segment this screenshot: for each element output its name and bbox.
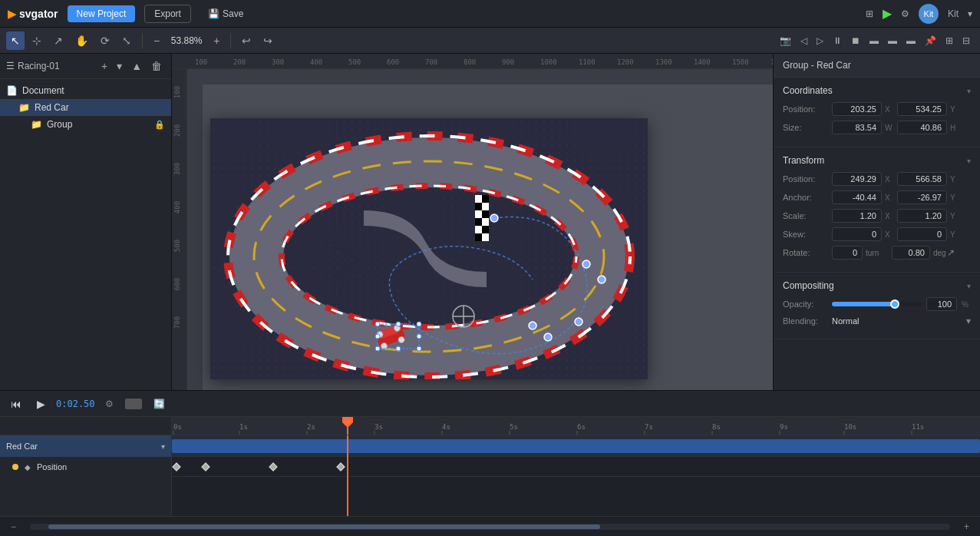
distribute-icon[interactable]: ⊟ — [959, 33, 974, 48]
bottom-toolbar: − + — [0, 516, 980, 536]
svg-text:200: 200 — [173, 124, 181, 137]
tl-label-red-car[interactable]: Red Car ▾ — [0, 435, 171, 457]
anchor-x-input[interactable] — [832, 190, 882, 204]
position-y-input[interactable] — [897, 102, 947, 116]
track-canvas[interactable] — [210, 118, 648, 379]
rotate-val-input[interactable] — [832, 246, 863, 260]
keyframe-3[interactable] — [269, 462, 277, 471]
coordinates-toggle[interactable]: ▾ — [967, 87, 971, 95]
scale-x-input[interactable] — [832, 209, 882, 223]
skew-y-label: Y — [950, 230, 959, 239]
hand-tool-button[interactable]: ✋ — [71, 31, 93, 50]
rotate-link-icon[interactable]: ↗ — [947, 247, 955, 258]
position-x-input[interactable] — [832, 102, 882, 116]
opacity-slider-thumb[interactable] — [890, 299, 899, 309]
zoom-in-button[interactable]: + — [209, 33, 224, 48]
scale-label: Scale: — [783, 211, 829, 220]
chevron-down-icon[interactable]: ▾ — [968, 8, 972, 19]
keyframe-1[interactable] — [172, 462, 180, 471]
transform-position-row: Position: X Y — [783, 172, 971, 186]
user-avatar[interactable]: Kit — [919, 4, 939, 24]
scale-y-input[interactable] — [897, 209, 947, 223]
svg-text:200: 200 — [233, 58, 246, 66]
timeline-loop-button[interactable]: 🔄 — [150, 396, 169, 412]
undo-button[interactable]: ↩ — [237, 31, 256, 50]
stop-icon[interactable]: ⏹ — [847, 33, 864, 48]
skew-x-input[interactable] — [832, 227, 882, 241]
compositing-toggle[interactable]: ▾ — [967, 282, 971, 290]
settings-icon[interactable]: ⚙ — [901, 8, 909, 19]
transform-toggle[interactable]: ▾ — [967, 157, 971, 165]
new-project-button[interactable]: New Project — [68, 5, 136, 22]
tl-dropdown-icon[interactable]: ▾ — [161, 442, 165, 451]
timeline-settings-button[interactable]: ⚙ — [101, 396, 117, 412]
red-car-label: Red Car — [35, 102, 165, 113]
align-right-icon[interactable]: ▷ — [813, 33, 827, 48]
w-label: W — [885, 124, 894, 132]
play-button[interactable]: ▶ — [32, 395, 50, 412]
timeline-scroll-thumb[interactable] — [48, 524, 600, 529]
tl-diamond-icon[interactable]: ◆ — [25, 463, 31, 471]
canvas-viewport[interactable] — [203, 84, 773, 390]
timeline-scrollbar[interactable] — [30, 524, 950, 530]
tl-label-position[interactable]: ◆ Position — [0, 457, 171, 477]
bt-plus-button[interactable]: + — [959, 520, 974, 534]
opacity-value-input[interactable] — [926, 297, 957, 311]
svg-point-55 — [575, 318, 582, 326]
delete-layer-button[interactable]: 🗑 — [148, 58, 165, 74]
bar2-icon[interactable]: ▬ — [884, 33, 901, 48]
red-car-track-bar — [172, 439, 980, 453]
transform-pos-y-input[interactable] — [897, 172, 947, 186]
separator2 — [230, 33, 231, 48]
go-start-button[interactable]: ⏮ — [6, 395, 26, 412]
anchor-y-input[interactable] — [897, 190, 947, 204]
coordinates-section: Coordinates ▾ Position: X Y Size: W H — [774, 78, 980, 147]
tl-red-car-label: Red Car — [6, 442, 158, 451]
transform-section: Transform ▾ Position: X Y Anchor: X Y — [774, 147, 980, 273]
bt-minus-button[interactable]: − — [6, 520, 21, 534]
pause-icon[interactable]: ⏸ — [829, 33, 846, 48]
add-layer-button[interactable]: + — [98, 58, 111, 74]
layer-item-group[interactable]: 📁 Group 🔒 — [0, 116, 171, 133]
tool-bar: ↖ ⊹ ↗ ✋ ⟳ ⤡ − 53.88% + ↩ ↪ 📷 ◁ ▷ ⏸ ⏹ ▬ ▬… — [0, 28, 980, 54]
node-select-button[interactable]: ↗ — [49, 31, 68, 50]
size-w-input[interactable] — [832, 121, 882, 134]
ruler-left: 100 200 300 400 500 600 700 — [172, 69, 187, 390]
rotate-deg-input[interactable] — [892, 246, 930, 260]
select-tool-button[interactable]: ↖ — [6, 31, 25, 50]
layer-item-red-car[interactable]: 📁 Red Car — [0, 99, 171, 116]
save-button[interactable]: 💾 Save — [200, 5, 251, 22]
bar1-icon[interactable]: ▬ — [866, 33, 883, 48]
group-title: Group - Red Car — [783, 60, 851, 71]
svg-text:300: 300 — [272, 58, 284, 66]
opacity-slider-track[interactable] — [832, 302, 922, 306]
expand-icon[interactable]: ▾ — [114, 58, 125, 74]
ruler-top: 100 200 300 400 500 600 700 800 900 1000… — [172, 54, 773, 69]
transform-pos-x-input[interactable] — [832, 172, 882, 186]
play-icon[interactable]: ▶ — [883, 6, 892, 21]
grid-icon[interactable]: ⊞ — [866, 8, 873, 19]
export-button[interactable]: Export — [144, 5, 191, 23]
blending-chevron[interactable]: ▾ — [966, 316, 971, 326]
camera-icon[interactable]: 📷 — [776, 33, 795, 48]
svg-point-65 — [396, 322, 401, 326]
rotate-tool-button[interactable]: ⟳ — [96, 31, 114, 50]
hamburger-icon[interactable]: ☰ — [6, 61, 15, 71]
pin-icon[interactable]: 📌 — [921, 33, 940, 48]
align-left-icon[interactable]: ◁ — [797, 33, 811, 48]
skew-y-input[interactable] — [897, 227, 947, 241]
redo-button[interactable]: ↪ — [259, 31, 277, 50]
move-up-icon[interactable]: ▲ — [128, 58, 145, 74]
keyframe-4[interactable] — [336, 462, 345, 471]
scale-tool-button[interactable]: ⤡ — [117, 31, 136, 50]
svg-text:700: 700 — [173, 316, 181, 329]
bar3-icon[interactable]: ▬ — [902, 33, 919, 48]
zoom-out-button[interactable]: − — [149, 33, 164, 48]
document-icon: 📄 — [6, 85, 18, 96]
keyframe-2[interactable] — [201, 462, 210, 471]
size-h-input[interactable] — [897, 121, 947, 134]
layer-item-document[interactable]: 📄 Document — [0, 82, 171, 99]
direct-select-button[interactable]: ⊹ — [28, 31, 46, 50]
svg-point-68 — [417, 334, 421, 339]
grid-align-icon[interactable]: ⊞ — [942, 33, 957, 48]
